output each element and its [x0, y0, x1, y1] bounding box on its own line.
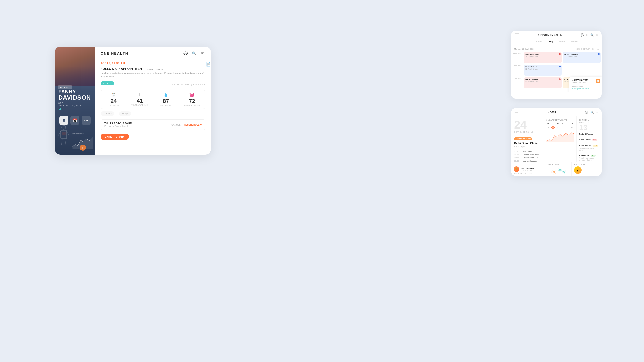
booked-badge: BOOKED ONLINE: [146, 68, 165, 70]
heart-unit: HEART RATE (In bpm): [181, 104, 203, 106]
document-icon: 📄: [206, 62, 211, 67]
appt-name-aarav: AARAV KUMAR: [525, 53, 560, 55]
app-logo: [515, 33, 519, 37]
height-value: 172 cms: [101, 111, 114, 116]
corey-followup-label: FOLLOW UP: [572, 91, 600, 92]
home-schedule: 9:15 Anu Gupta, 38 F 10:00 Aarav Kumar, …: [514, 150, 541, 162]
cal-day-headers: M T W T F Sa: [546, 123, 574, 125]
appt-count-label: 112 APPOINTMENTS: [546, 119, 574, 121]
grid-icon[interactable]: ⊞: [586, 33, 588, 37]
cancel-button[interactable]: CANCEL: [171, 124, 181, 126]
memo-tag-anu: 29 F: [591, 155, 596, 157]
corey-card: Corey Barrett 29 Year Old, Male 🕐 Booked…: [569, 77, 602, 92]
search-icon[interactable]: 🔍: [590, 33, 594, 37]
home-today-badge: FRIDAY, 11:04 AM: [514, 137, 532, 140]
doctor-name: DR. S. MEHTA: [521, 167, 534, 169]
home-panel: HOME 💬 🔍 ✉ 24 SEPTEMBER, 2016 FRIDAY, 11…: [511, 108, 602, 176]
broadcast-section: BROADCAST 🎙: [572, 162, 602, 176]
vital-bp: 💧 87 B P (Sys/Dia): [153, 90, 179, 109]
patient-sidebar: XT10S57P FANNY DAVIDSON 39 F 27TH AUGUST…: [55, 47, 95, 155]
appointments-panel-header: APPOINTMENTS 💬 ⊞ 🔍 ✉: [511, 31, 602, 39]
chat-icon[interactable]: 💬: [581, 33, 584, 37]
doctor-info: DR. S. MEHTA Field of practice: [521, 167, 534, 171]
appt-name-nikhil: NIKHIL SINGH: [525, 78, 560, 81]
vital-heart-rate: 💓 72 HEART RATE (In bpm): [179, 90, 205, 109]
cal-day-t: T: [551, 123, 555, 125]
sched-time-1: 9:15: [514, 150, 521, 152]
vitals-grid: 📋 24 B M I (In units) 🌡 41 TEMPRATURE (I…: [101, 90, 205, 109]
locations-section: 3 LOCATIONS A C B: [544, 162, 572, 176]
scroll-content[interactable]: TODAY, 11:36 AM 📄 FOLLOW UP APPOINTMENT …: [95, 58, 211, 155]
memo-aarav: Aarav Kumar 42 M kidney stones are very …: [579, 143, 599, 151]
home-left-column: 24 SEPTEMBER, 2016 FRIDAY, 11:04 AM Delh…: [511, 116, 544, 162]
appt-nikhil[interactable]: NIKHIL SINGH 23 Year Old, Male: [524, 77, 562, 88]
scheduler-label: XX SCHEDULER: [577, 48, 590, 50]
care-history-button[interactable]: CARE HISTORY: [101, 134, 129, 140]
mail-icon[interactable]: ✉: [200, 51, 205, 56]
home-right-column: 78 TOTAL PATIENTS 13 Patient Memos Richa…: [577, 116, 602, 162]
weight-value: 84 kgs: [119, 111, 131, 116]
reschedule-button[interactable]: RESCHEDULE ▾: [184, 124, 202, 126]
cal-num-22: 22: [570, 126, 574, 129]
patient-status-dot: [59, 108, 61, 110]
doctor-specialty: Field of practice: [521, 169, 534, 171]
memo-desc-anu: A LASIK is a surgical procedure that r..…: [579, 157, 599, 161]
cal-day-m: M: [546, 123, 550, 125]
total-patients-label: 78 TOTAL PATIENTS: [579, 119, 599, 123]
cal-num-27: 27: [556, 126, 560, 129]
appointments-panel: APPOINTMENTS 💬 ⊞ 🔍 ✉ Agenda Day Week Mon…: [511, 31, 602, 99]
cal-num-21: 21: [565, 126, 569, 129]
calendar-icon: 📅: [73, 118, 77, 122]
rg-vital-chart: RG Vital Chart !: [72, 132, 93, 153]
appt-vijay[interactable]: VIJAY GUPTA 32 Year Old, Male: [524, 65, 562, 76]
svg-line-5: [65, 139, 66, 145]
cal-num-19: 19: [546, 126, 550, 129]
patient-actions: ⊞ 📅 •••: [55, 113, 95, 125]
appointment-description: Has had periodic breathing problems sinc…: [101, 72, 205, 78]
svg-text:A: A: [553, 172, 554, 173]
home-month-year: SEPTEMBER, 2016: [514, 131, 541, 133]
time-column: 09:00 AM 10:00 AM 11:00 AM: [511, 52, 524, 92]
tab-agenda[interactable]: Agenda: [535, 40, 543, 44]
temp-unit: TEMPRATURE (In C): [129, 104, 151, 106]
body-figure: [57, 125, 71, 153]
search-icon[interactable]: 🔍: [191, 51, 197, 56]
chat-icon[interactable]: 💬: [585, 111, 588, 114]
alert-icon[interactable]: ⚠: [597, 48, 599, 50]
memo-name-richa: Richa Reddy: [579, 139, 590, 141]
memo-desc-aarav: kidney stones are very sick...: [579, 147, 599, 151]
cal-num-23[interactable]: 23: [551, 126, 555, 129]
sched-name-2: Aarav Kumar, 39 M: [523, 153, 539, 156]
app-header: ONE HEALTH 💬 🔍 ✉: [95, 47, 211, 58]
home-bottom-bar: 👨‍⚕️ DR. S. MEHTA Field of practice 3 LO…: [511, 162, 602, 176]
corey-name: Corey Barrett: [572, 79, 588, 81]
memo-name-anu: Anu Gupta: [579, 154, 589, 157]
home-panel-header: HOME 💬 🔍 ✉: [511, 108, 602, 116]
medical-records-button[interactable]: ⊞: [59, 116, 68, 125]
home-logo: [515, 111, 519, 114]
home-middle-column: 112 APPOINTMENTS M T W T F Sa 19 23 27 1…: [544, 116, 577, 162]
search-icon[interactable]: 🔍: [590, 111, 594, 114]
appt-aarav[interactable]: AARAV KUMAR 39 Year Old, Male: [524, 52, 562, 63]
mail-icon[interactable]: ✉: [596, 111, 598, 114]
mail-icon[interactable]: ✉: [596, 33, 598, 37]
memo-anu: Anu Gupta 29 F A LASIK is a surgical pro…: [579, 153, 599, 161]
calendar-button[interactable]: 📅: [70, 116, 79, 125]
schedule-item-2: 10:00 Aarav Kumar, 39 M: [514, 153, 541, 156]
appointments-scroll: 09:00 AM 10:00 AM 11:00 AM AARAV KUMAR 3…: [511, 52, 602, 92]
view-toggle[interactable]: ⊞ ≡: [592, 48, 595, 50]
doctor-avatar: 👨‍⚕️: [514, 166, 519, 172]
locations-map: A C B: [546, 166, 569, 175]
chat-icon[interactable]: 💬: [183, 51, 188, 56]
locations-label: 3 LOCATIONS: [546, 164, 569, 165]
bmi-icon: 📋: [103, 93, 125, 97]
appt-ophelia[interactable]: OPHELIA FORD 27 Year Old, Male: [563, 52, 601, 63]
patient-big-number: 13: [579, 124, 599, 131]
bmi-unit: B M I (In units): [103, 104, 125, 106]
more-options-button[interactable]: •••: [82, 116, 91, 125]
broadcast-label: BROADCAST: [574, 164, 599, 165]
tab-month[interactable]: Month: [571, 40, 578, 44]
home-clinic-name: Delhi Spine Clinic:: [514, 142, 541, 145]
tab-week[interactable]: Week: [559, 40, 565, 44]
tab-day[interactable]: Day: [549, 40, 553, 44]
